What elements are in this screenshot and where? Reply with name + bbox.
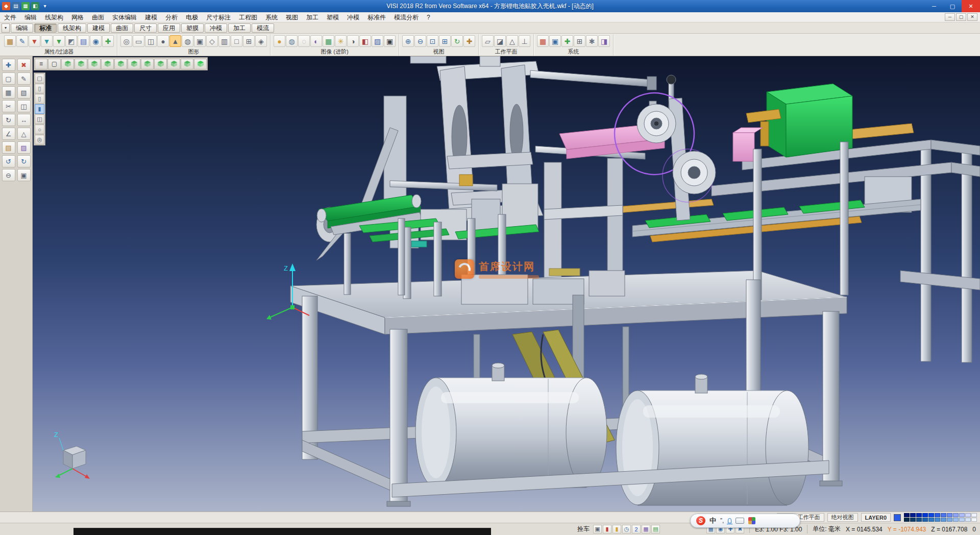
toolbar-tab[interactable]: 线架构 (58, 23, 86, 33)
shape-grid-icon[interactable]: ⊞ (243, 35, 255, 47)
shape-box-icon[interactable]: ◫ (145, 35, 157, 47)
palette-color[interactable] (959, 518, 965, 522)
view-bottom-icon[interactable] (128, 59, 140, 69)
palette-color[interactable] (904, 513, 910, 517)
zoom-window-icon[interactable]: ⊡ (427, 35, 438, 47)
shape-cylinder-icon[interactable]: ▭ (133, 35, 144, 47)
render-light-icon[interactable]: ✳ (335, 35, 347, 47)
menu-item[interactable]: 电极 (182, 12, 202, 22)
menu-item[interactable]: 文件 (0, 12, 20, 22)
menu-item[interactable]: 标准件 (363, 12, 390, 22)
status-yellow-marker-icon[interactable]: ▮ (612, 525, 621, 533)
shape-diamond-icon[interactable]: ◇ (206, 35, 218, 47)
layer-manager-icon[interactable]: ▤ (2, 141, 15, 154)
view-iso-back-icon[interactable] (154, 59, 167, 69)
status-clock-icon[interactable]: ◷ (622, 525, 631, 533)
menu-item[interactable]: 视图 (282, 12, 302, 22)
render-hidden-line-icon[interactable]: ◌ (298, 35, 310, 47)
vp-select-icon[interactable]: ▢ (35, 74, 44, 83)
workplane-align-icon[interactable]: ◪ (494, 35, 506, 47)
vp-highlight-icon[interactable]: ▮ (35, 104, 44, 114)
status-count-badge[interactable]: 2 (632, 525, 641, 533)
ime-keyboard-icon[interactable] (736, 518, 744, 524)
render-shaded-icon[interactable]: ● (274, 35, 285, 47)
select-add-icon[interactable]: ✚ (2, 59, 15, 71)
palette-color[interactable] (941, 518, 946, 522)
zoom-fit-icon[interactable]: ⊞ (439, 35, 451, 47)
mirror-icon[interactable]: ◫ (17, 100, 31, 112)
attribute-edit-icon[interactable]: ✎ (16, 35, 28, 47)
palette-color[interactable] (922, 518, 928, 522)
menu-item[interactable]: 加工 (302, 12, 323, 22)
mdi-close-button[interactable]: ✕ (967, 13, 977, 21)
view-iso-icon[interactable] (141, 59, 154, 69)
dimension-icon[interactable]: △ (17, 128, 31, 140)
palette-color[interactable] (971, 518, 977, 522)
palette-color[interactable] (953, 513, 959, 517)
menu-item[interactable]: 编辑 (20, 12, 41, 22)
app-logo-icon[interactable]: ◆ (2, 2, 10, 10)
view-right-icon[interactable] (88, 59, 101, 69)
workplane-normal-icon[interactable]: ⊥ (519, 35, 530, 47)
zoom-previous-icon[interactable]: ⊖ (2, 169, 15, 181)
toolbar-tab[interactable]: 曲面 (111, 23, 133, 33)
menu-item[interactable]: 工程图 (235, 12, 261, 22)
save-icon[interactable]: ▤ (12, 2, 20, 10)
current-color-chip[interactable] (894, 514, 901, 521)
filter-funnel-red-icon[interactable]: ▼ (29, 35, 40, 47)
ime-punctuation-toggle[interactable]: ”, (720, 517, 724, 524)
properties-palette-icon[interactable]: ▦ (4, 35, 16, 47)
view-shaded-icon[interactable] (194, 59, 207, 69)
filter-select-icon[interactable]: ◉ (90, 35, 102, 47)
toolbar-tab[interactable]: 塑膜 (181, 23, 204, 33)
vp-cylinder-icon[interactable]: ▯ (35, 84, 44, 93)
palette-color[interactable] (947, 518, 952, 522)
menu-item[interactable]: 曲面 (88, 12, 108, 22)
shape-solid-icon[interactable]: ▣ (194, 35, 206, 47)
vp-torus-icon[interactable]: ◎ (35, 135, 44, 144)
rotate-tool-icon[interactable]: ↻ (2, 114, 15, 126)
minimize-button[interactable]: ─ (925, 0, 943, 12)
system-display-icon[interactable]: ▣ (549, 35, 561, 47)
shape-shaded-icon[interactable]: ◍ (182, 35, 193, 47)
color-manager-icon[interactable]: ▨ (17, 141, 31, 154)
grid-edit-icon[interactable]: ▧ (17, 86, 31, 99)
menu-item[interactable]: 线架构 (41, 12, 67, 22)
menu-item[interactable]: 建模 (141, 12, 161, 22)
system-calculator-icon[interactable]: ⊞ (574, 35, 585, 47)
taskbar-strip[interactable] (74, 528, 491, 535)
air-tank-left[interactable] (415, 363, 607, 488)
ime-toolbox-icon[interactable] (748, 517, 755, 524)
quick-access-caret-icon[interactable]: ▾ (41, 2, 49, 10)
filter-funnel-cyan-icon[interactable]: ▼ (41, 35, 53, 47)
vp-sphere-icon[interactable]: ○ (35, 125, 44, 134)
viewbar-menu-icon[interactable]: ≡ (35, 59, 47, 69)
shape-gem-icon[interactable]: ◈ (255, 35, 267, 47)
ime-logo-icon[interactable]: S (696, 516, 705, 525)
view-dimetric-icon[interactable] (167, 59, 180, 69)
palette-color[interactable] (947, 513, 952, 517)
air-tank-right[interactable] (616, 374, 808, 505)
render-section-icon[interactable]: ◧ (359, 35, 371, 47)
toolbar-tab[interactable]: 模流 (252, 23, 274, 33)
mdi-minimize-button[interactable]: ─ (945, 13, 955, 21)
render-shadow-icon[interactable]: ◑ (347, 35, 359, 47)
filter-funnel-edit-icon[interactable]: ◩ (65, 35, 77, 47)
shape-sphere-icon[interactable]: ● (157, 35, 169, 47)
toolbar-tab[interactable]: 标准 (34, 23, 57, 33)
palette-color[interactable] (935, 513, 940, 517)
move-tool-icon[interactable]: ↔ (17, 114, 31, 126)
viewbar-wireframe-icon[interactable]: ▢ (48, 59, 61, 69)
frame-post[interactable] (753, 149, 762, 300)
palette-color[interactable] (928, 513, 934, 517)
view-back-icon[interactable] (114, 59, 127, 69)
palette-color[interactable] (941, 513, 946, 517)
full-screen-icon[interactable]: ▣ (17, 169, 31, 181)
view-dynamic-icon[interactable] (181, 59, 193, 69)
palette-color[interactable] (935, 518, 940, 522)
menu-item[interactable]: 实体编辑 (108, 12, 141, 22)
right-units[interactable] (733, 84, 852, 161)
toolbar-dropdown-icon[interactable]: ▾ (2, 23, 10, 33)
menu-item[interactable]: 网格 (67, 12, 88, 22)
grid-snap-icon[interactable]: ▦ (2, 86, 15, 99)
